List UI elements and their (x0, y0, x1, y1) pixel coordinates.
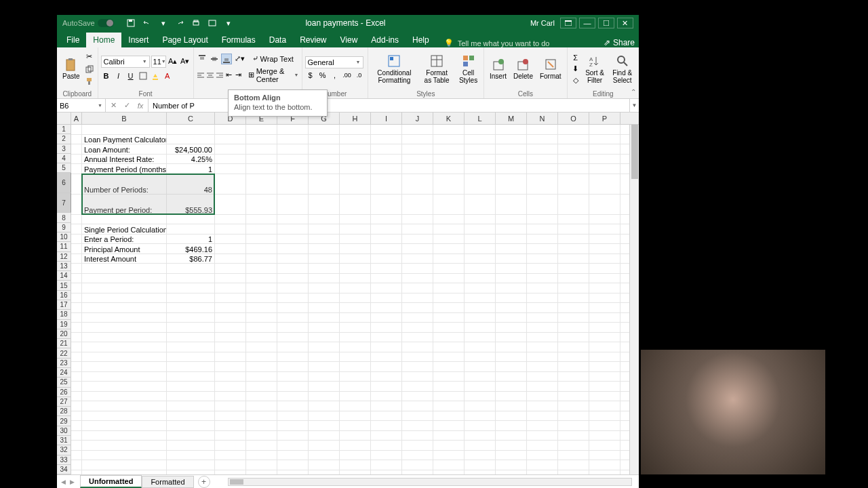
orientation-icon[interactable]: ⤢▾ (233, 54, 247, 64)
cell[interactable] (215, 333, 246, 342)
cell[interactable] (496, 254, 527, 264)
cell[interactable] (340, 164, 371, 174)
col-header-J[interactable]: J (402, 113, 433, 124)
cell[interactable] (309, 174, 340, 194)
tab-insert[interactable]: Insert (121, 33, 155, 47)
cell[interactable] (527, 293, 558, 303)
row-header[interactable]: 12 (57, 252, 71, 262)
cell[interactable] (167, 224, 215, 234)
cell[interactable] (433, 323, 465, 332)
cell[interactable] (82, 401, 167, 411)
cell[interactable] (71, 392, 82, 401)
cell[interactable] (371, 264, 402, 273)
cell[interactable] (167, 342, 215, 352)
cell[interactable] (277, 441, 309, 450)
cell[interactable] (82, 382, 167, 391)
cell[interactable] (465, 323, 496, 332)
cell[interactable] (402, 342, 433, 352)
cell[interactable] (496, 135, 527, 144)
cell[interactable] (527, 144, 558, 154)
cell[interactable] (465, 470, 496, 475)
cell[interactable] (309, 254, 340, 264)
cell[interactable] (433, 372, 465, 382)
cell[interactable] (71, 244, 82, 253)
cell[interactable] (215, 195, 246, 214)
cell[interactable] (402, 195, 433, 214)
sort-filter-button[interactable]: AZ Sort & Filter (583, 53, 608, 85)
cell[interactable] (589, 155, 620, 164)
hscroll-thumb[interactable] (230, 479, 243, 485)
cell[interactable] (71, 215, 82, 224)
cell[interactable] (82, 125, 167, 134)
row-header[interactable]: 25 (57, 378, 71, 387)
bottom-align-icon[interactable] (221, 54, 232, 64)
cell[interactable] (167, 401, 215, 411)
cell[interactable] (402, 431, 433, 441)
cell[interactable] (71, 352, 82, 362)
tab-view[interactable]: View (334, 33, 365, 47)
cell[interactable] (465, 293, 496, 303)
cell[interactable] (246, 195, 277, 214)
cell[interactable] (277, 274, 309, 283)
cell[interactable]: 48 (167, 174, 215, 194)
cell[interactable] (465, 411, 496, 421)
cell[interactable] (277, 333, 309, 342)
cell[interactable] (402, 164, 433, 174)
cell[interactable] (340, 441, 371, 450)
row-header[interactable]: 4 (57, 154, 71, 163)
cell[interactable] (465, 382, 496, 391)
cell[interactable] (465, 135, 496, 144)
cell[interactable] (309, 431, 340, 441)
cell[interactable] (371, 125, 402, 134)
cell[interactable] (71, 144, 82, 154)
cell[interactable] (215, 431, 246, 441)
select-all-button[interactable] (57, 113, 71, 124)
cell[interactable] (309, 333, 340, 342)
cell[interactable] (496, 411, 527, 421)
cell[interactable] (277, 235, 309, 244)
cell[interactable] (433, 264, 465, 273)
vertical-scrollbar[interactable] (629, 125, 639, 474)
cell[interactable] (371, 470, 402, 475)
cell[interactable] (309, 164, 340, 174)
cell[interactable] (465, 421, 496, 430)
cells-area[interactable]: Loan Payment CalculatorLoan Amount:$24,5… (71, 125, 639, 474)
undo-dropdown-icon[interactable]: ▾ (159, 18, 168, 28)
cell[interactable] (558, 235, 589, 244)
cell[interactable] (277, 451, 309, 460)
cell[interactable] (215, 283, 246, 293)
cell[interactable] (496, 125, 527, 134)
cell[interactable] (340, 313, 371, 323)
cell[interactable] (277, 470, 309, 475)
cell[interactable] (246, 313, 277, 323)
cell[interactable] (433, 352, 465, 362)
cell[interactable] (465, 303, 496, 312)
cell[interactable] (402, 144, 433, 154)
cell[interactable] (558, 313, 589, 323)
align-left-icon[interactable] (197, 70, 205, 81)
cell[interactable] (215, 264, 246, 273)
cell[interactable] (277, 342, 309, 352)
cell[interactable] (465, 352, 496, 362)
cell[interactable] (277, 323, 309, 332)
print-preview-icon[interactable] (208, 18, 217, 28)
row-header[interactable]: 13 (57, 262, 71, 271)
cell[interactable] (167, 460, 215, 470)
cell[interactable] (558, 460, 589, 470)
cell[interactable] (527, 125, 558, 134)
cell[interactable] (246, 155, 277, 164)
col-header-P[interactable]: P (589, 113, 620, 124)
cell[interactable] (71, 470, 82, 475)
cell[interactable] (309, 264, 340, 273)
cell[interactable] (71, 372, 82, 382)
tab-data[interactable]: Data (262, 33, 293, 47)
cell[interactable]: $86.77 (167, 254, 215, 264)
cell[interactable] (402, 313, 433, 323)
save-icon[interactable] (126, 18, 136, 28)
cell[interactable] (465, 244, 496, 253)
row-header[interactable]: 11 (57, 242, 71, 251)
cell[interactable] (215, 411, 246, 421)
cell[interactable] (402, 421, 433, 430)
cell[interactable] (371, 342, 402, 352)
cell[interactable] (527, 431, 558, 441)
